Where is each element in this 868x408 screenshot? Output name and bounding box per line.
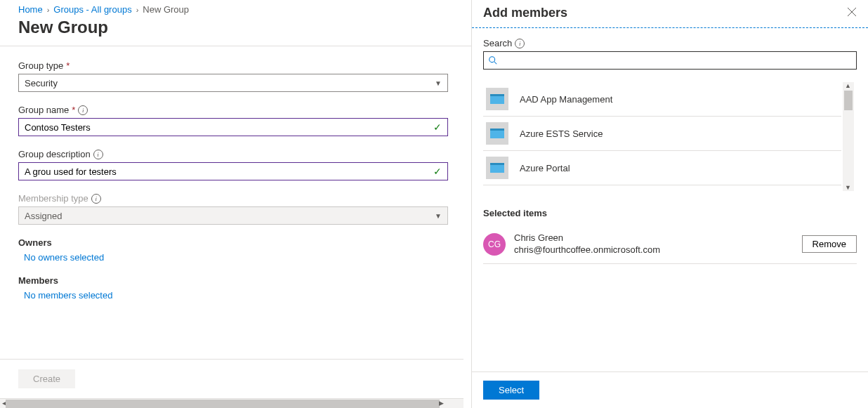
result-item[interactable]: AAD App Management xyxy=(483,82,841,117)
group-type-label: Group type* xyxy=(18,60,448,71)
svg-point-2 xyxy=(489,57,495,62)
membership-type-label: Membership type i xyxy=(18,193,448,204)
breadcrumb-current: New Group xyxy=(143,4,189,15)
group-type-select[interactable]: Security ▼ xyxy=(18,74,448,92)
app-icon xyxy=(486,122,508,145)
app-icon xyxy=(486,88,508,110)
breadcrumb-home[interactable]: Home xyxy=(18,4,43,15)
group-description-input-wrap: ✓ xyxy=(18,162,448,180)
vertical-scrollbar[interactable]: ▲ ▼ xyxy=(843,82,854,191)
result-name: AAD App Management xyxy=(520,94,612,105)
group-name-input[interactable] xyxy=(25,122,433,133)
avatar: CG xyxy=(483,233,506,256)
new-group-form: Group type* Security ▼ Group name* i ✓ G… xyxy=(0,46,456,301)
selected-email: chris@fourthcoffee.onmicrosoft.com xyxy=(514,244,660,256)
result-name: Azure Portal xyxy=(520,163,570,173)
selected-item-row: CG Chris Green chris@fourthcoffee.onmicr… xyxy=(483,228,857,264)
scrollbar-thumb[interactable] xyxy=(844,91,853,110)
panel-footer: Select xyxy=(472,371,868,408)
chevron-down-icon: ▼ xyxy=(435,79,442,87)
group-description-label: Group description i xyxy=(18,149,448,159)
add-members-panel: Add members Search i AAD App Management … xyxy=(471,0,868,408)
create-button: Create xyxy=(18,369,75,388)
select-button[interactable]: Select xyxy=(483,381,539,400)
results-list: AAD App Management Azure ESTS Service Az… xyxy=(483,82,841,185)
group-name-input-wrap: ✓ xyxy=(18,118,448,136)
group-description-input[interactable] xyxy=(25,166,433,177)
remove-button[interactable]: Remove xyxy=(802,235,857,253)
search-box xyxy=(483,51,857,70)
search-icon xyxy=(488,55,498,65)
search-input[interactable] xyxy=(502,55,852,66)
no-owners-link[interactable]: No owners selected xyxy=(18,252,448,263)
check-icon: ✓ xyxy=(433,121,442,133)
membership-type-select: Assigned ▼ xyxy=(18,206,448,225)
scroll-up-icon[interactable]: ▲ xyxy=(845,82,851,89)
result-name: Azure ESTS Service xyxy=(520,129,603,139)
close-icon xyxy=(847,7,857,17)
selected-items-heading: Selected items xyxy=(483,208,857,218)
chevron-right-icon: › xyxy=(136,6,139,14)
membership-type-value: Assigned xyxy=(25,211,62,221)
scrollbar-thumb[interactable] xyxy=(6,400,440,408)
panel-title: Add members xyxy=(483,6,567,20)
info-icon[interactable]: i xyxy=(93,150,103,159)
group-name-label: Group name* i xyxy=(18,105,448,115)
chevron-down-icon: ▼ xyxy=(435,212,442,220)
close-button[interactable] xyxy=(847,7,857,20)
svg-line-3 xyxy=(494,62,497,65)
selected-name: Chris Green xyxy=(514,232,660,244)
chevron-right-icon: › xyxy=(47,6,50,14)
result-item[interactable]: Azure ESTS Service xyxy=(483,117,841,151)
result-item[interactable]: Azure Portal xyxy=(483,151,841,185)
breadcrumb-groups[interactable]: Groups - All groups xyxy=(53,4,131,15)
form-footer: Create xyxy=(0,359,463,398)
scroll-down-icon[interactable]: ▼ xyxy=(845,184,851,191)
no-members-link[interactable]: No members selected xyxy=(18,290,448,301)
info-icon[interactable]: i xyxy=(515,39,525,48)
owners-label: Owners xyxy=(18,237,448,248)
members-label: Members xyxy=(18,275,448,286)
scroll-right-icon[interactable]: ▶ xyxy=(438,399,445,407)
horizontal-scrollbar[interactable]: ◀ ▶ xyxy=(0,398,463,408)
app-icon xyxy=(486,157,508,179)
info-icon[interactable]: i xyxy=(78,105,88,115)
group-type-value: Security xyxy=(25,78,58,88)
info-icon[interactable]: i xyxy=(91,194,101,204)
check-icon: ✓ xyxy=(433,166,442,177)
search-label: Search i xyxy=(483,38,857,48)
